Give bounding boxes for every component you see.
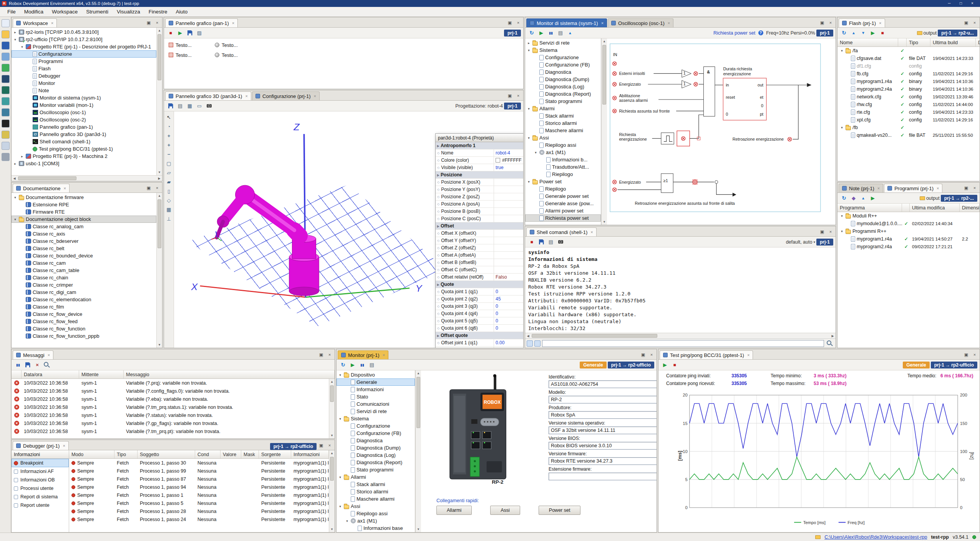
tree-item[interactable]: ax1 (M1) — [525, 149, 601, 156]
tree-item[interactable]: Flash — [12, 65, 156, 72]
column-header[interactable]: Valore — [221, 450, 241, 458]
field-value-input[interactable]: Robox BIOS versione 3.0.10 — [549, 442, 657, 450]
tab-close-icon[interactable]: × — [63, 443, 65, 448]
view-tool-icon[interactable] — [165, 214, 173, 223]
tree-item[interactable]: Maschere allarmi — [525, 127, 601, 134]
property-row[interactable]: Quota joint 5 (qj5) 0 — [436, 317, 523, 325]
tree-item[interactable]: Classe rc_flow_function_pppb — [12, 332, 156, 340]
tree-item[interactable]: Progetto RTE (prj-1) - Descrizione del p… — [12, 43, 156, 50]
toolbar-icon[interactable] — [556, 238, 565, 246]
file-row[interactable]: rte.cfg config 19/04/2021 14:23:33 — [837, 108, 980, 116]
expand-icon[interactable] — [338, 504, 342, 508]
tab-close-icon[interactable]: × — [747, 353, 750, 357]
property-value[interactable] — [494, 230, 523, 237]
file-row[interactable]: network.cfg config 19/02/2021 13:39:46 — [837, 93, 980, 101]
file-row[interactable]: qmakeall-vs20... file BAT 25/11/2021 15:… — [837, 131, 980, 139]
menu-item[interactable]: Strumenti — [82, 7, 113, 16]
column-header[interactable]: Dime... — [976, 38, 980, 46]
property-value[interactable] — [494, 208, 523, 215]
toolbar-icon[interactable] — [348, 361, 357, 369]
shell-output[interactable]: sysinfoInformazioni di sistemaRP-2 da Ro… — [525, 247, 836, 333]
sidebar-tool-icon[interactable] — [2, 97, 10, 105]
property-value[interactable]: 0 — [494, 317, 523, 324]
tab-close-icon[interactable]: × — [879, 21, 881, 25]
toolbar-icon[interactable] — [176, 102, 184, 110]
tree-item[interactable]: rp2-ufficio [TCP/IP 10.0.17.2:8100] — [12, 36, 156, 43]
toolbar-icon[interactable] — [186, 102, 194, 110]
quick-link-button[interactable]: Allarmi — [436, 506, 472, 515]
tree-item[interactable]: Firmware RTE — [12, 208, 156, 216]
view-tool-icon[interactable] — [165, 187, 173, 195]
column-header[interactable]: Data/ora — [22, 370, 79, 378]
property-row[interactable]: Offset A (offsetA) — [436, 252, 523, 259]
graphic-panel-row[interactable]: Testo... Testo... — [164, 50, 523, 60]
property-value[interactable]: 0 — [494, 303, 523, 310]
field-value-input[interactable] — [549, 473, 657, 480]
view-tool-icon[interactable] — [165, 113, 173, 121]
tree-item[interactable]: Classe rc_crimper — [12, 281, 156, 289]
float-icon[interactable]: ▣ — [317, 441, 325, 449]
property-row[interactable]: Quote — [436, 281, 523, 288]
property-value[interactable] — [494, 222, 523, 229]
close-icon[interactable]: × — [971, 184, 978, 192]
close-icon[interactable]: × — [514, 92, 522, 100]
property-row[interactable]: Quota joint 1 (qj1) 0 — [436, 288, 523, 295]
property-row[interactable]: Offset C (offsetC) — [436, 266, 523, 274]
expand-icon[interactable] — [840, 214, 844, 218]
tab-close-icon[interactable]: × — [51, 21, 53, 25]
sidebar-item[interactable]: Breakpoint — [12, 459, 69, 467]
help-icon[interactable] — [756, 29, 765, 37]
tree-item[interactable]: Assi — [337, 503, 415, 510]
column-header[interactable]: Programma — [837, 204, 902, 212]
close-icon[interactable]: × — [971, 19, 978, 27]
view-tool-icon[interactable] — [165, 131, 173, 140]
property-value[interactable]: 0.00 — [494, 347, 523, 348]
sidebar-tool-icon[interactable] — [2, 108, 10, 116]
tree-item[interactable]: Classe rc_flow_function — [12, 325, 156, 332]
float-icon[interactable]: ▣ — [639, 351, 647, 358]
property-row[interactable]: Posizione Z (posZ) — [436, 193, 523, 201]
expand-icon[interactable] — [527, 107, 531, 111]
file-row[interactable]: myprogram2.r4a binary 19/04/2021 14:10:3… — [837, 85, 980, 93]
property-value[interactable] — [494, 259, 523, 266]
view-tool-icon[interactable] — [165, 205, 173, 214]
toolbar-icon[interactable] — [661, 361, 669, 369]
float-icon[interactable]: ▣ — [818, 228, 826, 236]
shell-command-input[interactable] — [542, 340, 824, 347]
tree-item[interactable]: Riepilogo assi — [337, 510, 415, 517]
toolbar-icon[interactable] — [537, 29, 546, 37]
tree-item[interactable]: Trasduttore/Att... — [525, 163, 601, 171]
tree-item[interactable]: Maschere allarmi — [337, 495, 415, 503]
property-value[interactable] — [494, 266, 523, 273]
robot-3d-view[interactable]: X Y Z — [174, 111, 523, 348]
toolbar-icon[interactable] — [23, 361, 32, 369]
expand-icon[interactable] — [338, 475, 342, 479]
search-icon[interactable] — [826, 339, 834, 348]
property-row[interactable]: Offset relativi (relOff) Falso — [436, 274, 523, 281]
property-row[interactable]: Posizione Y (posY) — [436, 186, 523, 193]
program-row[interactable]: Moduli R++ — [837, 212, 980, 220]
tree-item[interactable]: Comunicazioni — [337, 400, 415, 408]
sidebar-tool-icon[interactable] — [2, 19, 10, 27]
tab-close-icon[interactable]: × — [937, 186, 939, 191]
tab-configurazione[interactable]: Configurazione (prj-1)× — [252, 91, 320, 100]
toolbar-icon[interactable] — [670, 361, 679, 369]
property-row[interactable]: Offset B (offsetB) — [436, 259, 523, 266]
tab-documentazione[interactable]: Documentazione× — [13, 184, 70, 193]
tab-close-icon[interactable]: × — [383, 353, 385, 357]
toolbar-icon[interactable] — [537, 238, 546, 246]
expand-icon[interactable] — [840, 49, 844, 53]
field-value-input[interactable]: RP-2 — [549, 396, 657, 403]
expand-icon[interactable] — [527, 41, 531, 45]
tree-item[interactable]: Monitor variabili (mon-1) — [12, 101, 156, 109]
property-row[interactable]: Posizione B (posB) — [436, 208, 523, 215]
property-value[interactable]: robot-4 — [494, 149, 523, 156]
column-header[interactable]: Dimensio... — [960, 204, 980, 212]
tree-item[interactable]: Monitor — [12, 80, 156, 87]
tab-workspace[interactable]: Workspace× — [13, 18, 57, 27]
message-row[interactable]: 10/03/2022 10:36:58 sysm-1 Variabile (?.… — [12, 411, 329, 419]
tree-item[interactable]: Stato — [337, 393, 415, 400]
macro-icon[interactable] — [534, 340, 541, 347]
close-icon[interactable]: × — [153, 184, 161, 192]
expand-icon[interactable] — [338, 417, 342, 421]
